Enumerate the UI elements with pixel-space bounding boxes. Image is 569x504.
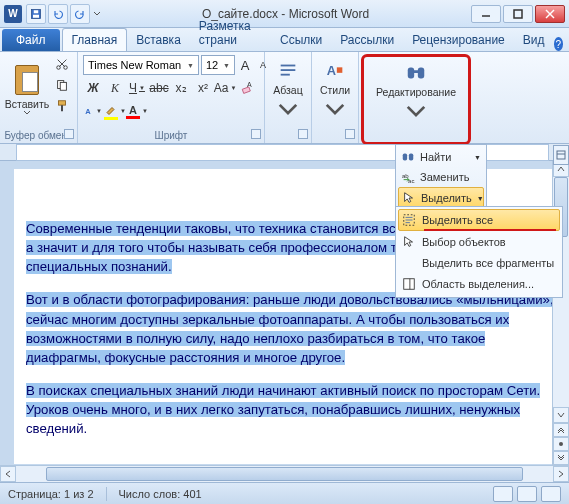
doc-text: сведений.	[26, 421, 87, 436]
binoculars-icon	[401, 150, 415, 164]
replace-item[interactable]: abac Заменить	[398, 167, 484, 187]
next-page-button[interactable]	[553, 451, 569, 465]
font-size-combo[interactable]: 12▼	[201, 55, 235, 75]
italic-button[interactable]: К	[105, 78, 125, 98]
tab-insert[interactable]: Вставка	[127, 29, 190, 51]
tab-view[interactable]: Вид	[514, 29, 554, 51]
hscroll-track[interactable]	[16, 466, 553, 482]
subscript-button[interactable]: x₂	[171, 78, 191, 98]
grow-font-button[interactable]: A	[237, 56, 253, 74]
editing-label: Редактирование	[376, 86, 456, 98]
clear-formatting-button[interactable]: A	[237, 78, 257, 98]
window-title: О_сайте.docx - Microsoft Word	[102, 7, 469, 21]
svg-text:ac: ac	[408, 177, 414, 184]
paste-button[interactable]: Вставить	[5, 55, 49, 121]
tab-file[interactable]: Файл	[2, 29, 60, 51]
format-painter-button[interactable]	[52, 97, 72, 115]
cursor-icon	[402, 191, 416, 205]
statusbar: Страница: 1 из 2 Число слов: 401	[0, 482, 569, 504]
svg-rect-12	[60, 82, 66, 90]
tab-page-layout[interactable]: Разметка страни	[190, 15, 271, 51]
bold-button[interactable]: Ж	[83, 78, 103, 98]
view-print-layout[interactable]	[493, 486, 513, 502]
svg-rect-1	[33, 14, 39, 17]
close-button[interactable]	[535, 5, 565, 23]
prev-page-button[interactable]	[553, 423, 569, 437]
horizontal-scrollbar[interactable]	[0, 465, 569, 482]
select-submenu: Выделить все Выбор объектов Выделить все…	[395, 206, 563, 298]
superscript-button[interactable]: x²	[193, 78, 213, 98]
find-item[interactable]: Найти▼	[398, 147, 484, 167]
text-effects-button[interactable]: A▼	[83, 101, 103, 121]
select-fragments-item[interactable]: Выделить все фрагменты	[398, 253, 560, 273]
help-icon[interactable]: ?	[554, 37, 563, 51]
paragraph-label: Абзац	[273, 84, 302, 96]
save-button[interactable]	[26, 4, 46, 24]
red-underline	[424, 229, 556, 231]
cut-button[interactable]	[52, 55, 72, 73]
status-page[interactable]: Страница: 1 из 2	[8, 488, 94, 500]
svg-rect-25	[403, 154, 407, 161]
cursor-icon	[402, 235, 416, 249]
highlight-color-button[interactable]: ▼	[105, 101, 125, 121]
copy-button[interactable]	[52, 76, 72, 94]
group-label-paragraph	[265, 127, 311, 143]
font-name-combo[interactable]: Times New Roman▼	[83, 55, 199, 75]
svg-rect-13	[59, 101, 66, 105]
paste-label: Вставить	[5, 98, 50, 110]
font-dialog-launcher[interactable]	[251, 129, 261, 139]
underline-button[interactable]: Ч▼	[127, 78, 147, 98]
chevron-down-icon	[23, 110, 31, 115]
strikethrough-button[interactable]: abc	[149, 78, 169, 98]
selection-pane-item[interactable]: Область выделения...	[398, 273, 560, 295]
binoculars-icon	[405, 62, 427, 84]
quick-access-toolbar	[26, 4, 102, 24]
group-clipboard: Вставить Буфер обмена	[0, 52, 78, 143]
window-controls	[469, 5, 565, 23]
styles-dialog-launcher[interactable]	[345, 129, 355, 139]
pane-icon	[402, 277, 416, 291]
scroll-right-button[interactable]	[553, 466, 569, 482]
maximize-button[interactable]	[503, 5, 533, 23]
svg-rect-4	[514, 10, 522, 18]
group-label-editing	[364, 126, 468, 142]
svg-rect-35	[557, 151, 565, 159]
ruler-toggle-button[interactable]	[553, 145, 569, 165]
hscroll-thumb[interactable]	[46, 467, 523, 481]
view-web-layout[interactable]	[541, 486, 561, 502]
select-objects-item[interactable]: Выбор объектов	[398, 231, 560, 253]
paragraph-dialog-launcher[interactable]	[298, 129, 308, 139]
minimize-button[interactable]	[471, 5, 501, 23]
qat-customize-dropdown[interactable]	[92, 4, 102, 24]
chevron-down-icon	[405, 100, 427, 122]
chevron-down-icon	[324, 98, 346, 120]
browse-object-button[interactable]	[553, 437, 569, 451]
redo-button[interactable]	[70, 4, 90, 24]
status-word-count[interactable]: Число слов: 401	[119, 488, 202, 500]
tab-review[interactable]: Рецензирование	[403, 29, 514, 51]
group-label-font: Шрифт	[78, 127, 264, 143]
select-all-item[interactable]: Выделить все	[398, 209, 560, 231]
doc-text: Вот и в области фотографирования: раньше…	[26, 292, 554, 364]
view-full-screen[interactable]	[517, 486, 537, 502]
styles-button[interactable]: A Стили	[320, 60, 350, 120]
app-icon: W	[4, 5, 22, 23]
undo-button[interactable]	[48, 4, 68, 24]
scroll-left-button[interactable]	[0, 466, 16, 482]
tab-references[interactable]: Ссылки	[271, 29, 331, 51]
group-editing: Редактирование	[361, 54, 471, 145]
clipboard-dialog-launcher[interactable]	[64, 129, 74, 139]
scroll-down-button[interactable]	[553, 407, 569, 423]
tab-home[interactable]: Главная	[62, 28, 128, 51]
group-label-clipboard: Буфер обмена	[0, 127, 77, 143]
chevron-down-icon	[277, 98, 299, 120]
group-paragraph: Абзац	[265, 52, 312, 143]
svg-rect-23	[418, 67, 424, 78]
editing-button[interactable]: Редактирование	[376, 62, 456, 122]
group-label-styles	[312, 127, 358, 143]
change-case-button[interactable]: Aa▼	[215, 78, 235, 98]
paragraph-button[interactable]: Абзац	[273, 60, 302, 120]
tab-mailings[interactable]: Рассылки	[331, 29, 403, 51]
font-color-button[interactable]: A▼	[127, 101, 147, 121]
svg-text:A: A	[247, 81, 252, 88]
